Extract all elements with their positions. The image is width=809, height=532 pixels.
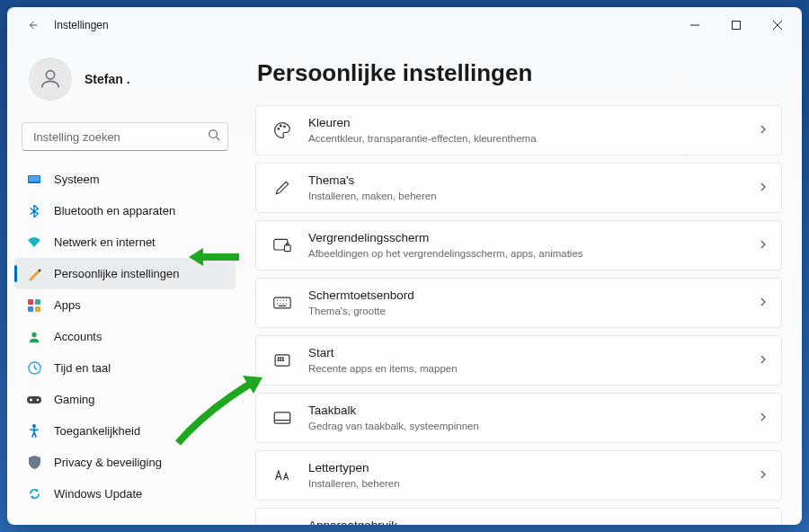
sidebar-item-label: Persoonlijke instellingen (54, 267, 179, 280)
card-title: Thema's (308, 173, 742, 189)
card-text: Apparaatgebruik Select all the ways you … (308, 518, 742, 525)
sidebar-item-label: Toegankelijkheid (54, 424, 140, 438)
card-text: Vergrendelingsscherm Afbeeldingen op het… (308, 230, 742, 261)
svg-rect-7 (28, 306, 33, 312)
avatar (29, 58, 72, 101)
sidebar-item-privacy[interactable]: Privacy & beveiliging (14, 447, 236, 478)
accessibility-icon (27, 424, 41, 439)
card-title: Taakbalk (308, 403, 742, 419)
sidebar-item-bluetooth[interactable]: Bluetooth en apparaten (14, 195, 236, 226)
svg-point-24 (278, 360, 279, 361)
card-text: Lettertypen Installeren, beheren (308, 460, 742, 491)
sidebar-item-label: Bluetooth en apparaten (54, 204, 175, 217)
maximize-button[interactable] (716, 11, 757, 40)
sidebar-item-windows-update[interactable]: Windows Update (14, 478, 236, 510)
page-title: Persoonlijke instellingen (257, 59, 782, 87)
clock-icon (27, 361, 41, 376)
card-themes[interactable]: Thema's Installeren, maken, beheren (255, 163, 782, 213)
svg-point-14 (278, 129, 280, 130)
sidebar-item-accounts[interactable]: Accounts (14, 321, 236, 352)
svg-point-25 (280, 360, 281, 361)
card-touch-keyboard[interactable]: Schermtoetsenbord Thema's, grootte (255, 278, 782, 328)
chevron-right-icon (758, 122, 769, 138)
back-button[interactable] (22, 14, 43, 36)
username: Stefan . (84, 72, 130, 86)
search-wrap (7, 111, 243, 160)
search-box[interactable] (22, 122, 228, 151)
card-title: Apparaatgebruik (308, 518, 742, 525)
sidebar-item-label: Systeem (54, 173, 100, 186)
sidebar-item-network[interactable]: Netwerk en internet (14, 226, 236, 258)
card-text: Kleuren Accentkleur, transparantie-effec… (308, 115, 742, 146)
user-block[interactable]: Stefan . (7, 43, 243, 111)
minimize-button[interactable] (674, 11, 716, 40)
sidebar-item-label: Gaming (54, 393, 95, 406)
bluetooth-icon (27, 204, 41, 218)
lockscreen-icon (272, 235, 292, 255)
card-device-usage[interactable]: Apparaatgebruik Select all the ways you … (255, 508, 782, 525)
card-title: Schermtoetsenbord (308, 288, 742, 304)
sidebar: Stefan . Systeem Bluetooth en apparat (7, 43, 243, 525)
svg-rect-0 (733, 22, 741, 30)
sidebar-item-accessibility[interactable]: Toegankelijkheid (14, 415, 236, 447)
card-sub: Installeren, maken, beheren (308, 190, 742, 204)
account-icon (27, 330, 41, 344)
card-colors[interactable]: Kleuren Accentkleur, transparantie-effec… (255, 105, 782, 155)
card-sub: Installeren, beheren (308, 477, 742, 492)
close-icon (773, 21, 782, 30)
search-input[interactable] (31, 129, 199, 145)
paint-icon (27, 267, 41, 281)
chevron-right-icon (758, 237, 769, 253)
card-start[interactable]: Start Recente apps en items, mappen (255, 335, 782, 386)
sidebar-item-apps[interactable]: Apps (14, 289, 236, 321)
arrow-left-icon (26, 19, 39, 31)
chevron-right-icon (758, 352, 769, 368)
svg-point-22 (280, 358, 281, 359)
main-panel: Persoonlijke instellingen Kleuren Accent… (243, 43, 802, 525)
font-icon (272, 466, 292, 485)
sidebar-item-label: Tijd en taal (54, 361, 111, 375)
chevron-right-icon (758, 295, 769, 311)
svg-rect-11 (27, 396, 41, 403)
gaming-icon (27, 393, 41, 407)
svg-point-23 (282, 358, 283, 359)
svg-rect-6 (35, 299, 40, 305)
svg-point-21 (278, 358, 279, 359)
sidebar-item-gaming[interactable]: Gaming (14, 384, 236, 415)
palette-icon (272, 120, 292, 140)
update-icon (27, 487, 41, 501)
card-title: Lettertypen (308, 460, 742, 476)
sidebar-item-system[interactable]: Systeem (14, 164, 236, 195)
svg-rect-19 (274, 297, 290, 308)
svg-point-1 (46, 71, 54, 79)
card-taskbar[interactable]: Taakbalk Gedrag van taakbalk, systeempin… (255, 393, 782, 443)
svg-point-15 (280, 125, 282, 127)
card-fonts[interactable]: Lettertypen Installeren, beheren (255, 450, 782, 501)
sidebar-item-personalization[interactable]: Persoonlijke instellingen (14, 258, 236, 289)
card-lockscreen[interactable]: Vergrendelingsscherm Afbeeldingen op het… (255, 220, 782, 270)
taskbar-icon (272, 408, 292, 428)
sidebar-item-label: Accounts (54, 330, 102, 343)
minimize-icon (690, 21, 699, 30)
sidebar-item-label: Privacy & beveiliging (54, 456, 162, 469)
card-sub: Gedrag van taakbalk, systeempinnen (308, 420, 742, 434)
card-title: Start (308, 345, 742, 361)
apps-icon (27, 298, 41, 313)
card-sub: Afbeeldingen op het vergrendelingsscherm… (308, 247, 742, 262)
svg-point-9 (31, 332, 36, 336)
sidebar-item-label: Apps (54, 298, 81, 312)
chevron-right-icon (758, 410, 769, 426)
brush-icon (272, 178, 292, 198)
svg-point-16 (284, 126, 286, 128)
sidebar-item-time-language[interactable]: Tijd en taal (14, 352, 236, 384)
card-sub: Thema's, grootte (308, 305, 742, 319)
card-sub: Accentkleur, transparantie-effecten, kle… (308, 132, 742, 146)
svg-rect-27 (274, 412, 290, 423)
card-title: Vergrendelingsscherm (308, 230, 742, 246)
card-text: Schermtoetsenbord Thema's, grootte (308, 288, 742, 318)
start-icon (272, 350, 292, 370)
shield-icon (27, 456, 41, 470)
svg-point-2 (209, 130, 218, 138)
close-button[interactable] (757, 11, 798, 40)
window-controls (674, 11, 798, 40)
